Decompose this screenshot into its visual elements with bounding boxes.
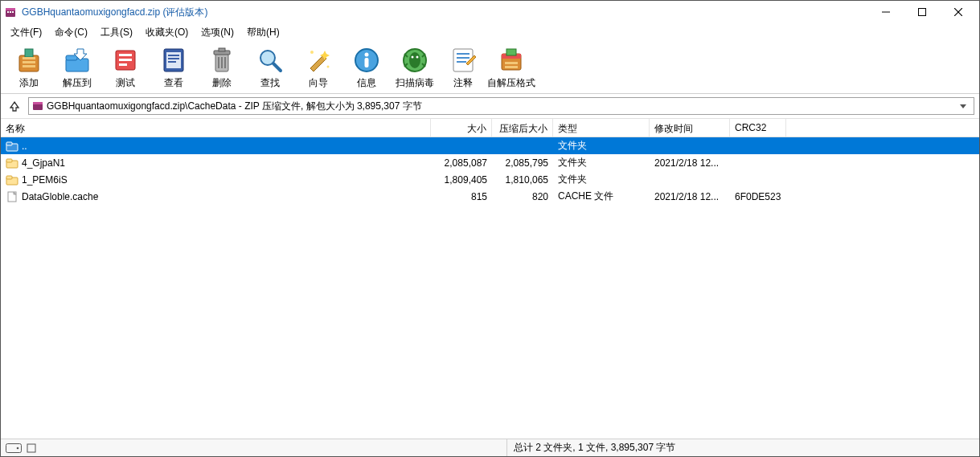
file-type: 文件夹	[553, 137, 650, 154]
table-row[interactable]: DataGloble.cache815820CACHE 文件2021/2/18 …	[1, 188, 979, 205]
status-text: 总计 2 文件夹, 1 文件, 3,895,307 字节	[507, 441, 682, 455]
svg-rect-6	[918, 9, 925, 16]
svg-rect-16	[6, 176, 12, 179]
maximize-button[interactable]	[904, 1, 940, 23]
find-button[interactable]: 查找	[248, 44, 292, 92]
go-up-button[interactable]	[6, 97, 23, 115]
file-name: 4_GjpaN1	[22, 157, 65, 169]
svg-rect-20	[27, 444, 35, 452]
file-packed: 2,085,795	[492, 156, 553, 170]
menu-item[interactable]: 选项(N)	[196, 24, 239, 41]
svg-point-19	[17, 447, 19, 449]
info-icon	[352, 46, 381, 75]
file-modified: 2021/2/18 12...	[650, 156, 730, 170]
menu-item[interactable]: 帮助(H)	[242, 24, 285, 41]
table-row[interactable]: ..文件夹	[1, 137, 979, 154]
view-icon	[159, 46, 188, 75]
toolbar-label: 扫描病毒	[396, 76, 434, 90]
virusscan-icon	[400, 46, 429, 75]
disk-icon	[6, 443, 22, 453]
column-packed[interactable]: 压缩后大小	[492, 119, 553, 137]
column-type[interactable]: 类型	[553, 119, 650, 137]
view-button[interactable]: 查看	[152, 44, 195, 92]
toolbar-label: 信息	[357, 76, 376, 90]
window-controls	[867, 1, 976, 23]
sfx-button[interactable]: 自解压格式	[490, 44, 533, 92]
find-icon	[256, 46, 285, 75]
column-name[interactable]: 名称	[1, 119, 431, 137]
info-button[interactable]: 信息	[345, 44, 388, 92]
disk-progress-icon	[27, 443, 36, 453]
file-modified	[650, 178, 730, 182]
file-name: ..	[22, 141, 27, 152]
file-list[interactable]: ..文件夹4_GjpaN12,085,0872,085,795文件夹2021/2…	[1, 137, 979, 439]
file-packed: 820	[492, 190, 553, 204]
svg-rect-10	[33, 102, 43, 104]
column-crc[interactable]: CRC32	[730, 119, 786, 137]
delete-button[interactable]: 删除	[200, 44, 244, 92]
toolbar-label: 删除	[212, 76, 232, 90]
file-type: 文件夹	[553, 154, 650, 171]
minimize-button[interactable]	[867, 1, 904, 23]
table-row[interactable]: 1_PEM6iS1,809,4051,810,065文件夹	[1, 171, 979, 188]
close-button[interactable]	[940, 1, 976, 23]
file-icon	[6, 191, 18, 202]
toolbar-label: 自解压格式	[487, 76, 535, 90]
file-size: 815	[431, 190, 492, 204]
wizard-icon	[304, 46, 333, 75]
svg-rect-12	[6, 142, 12, 145]
toolbar: 添加解压到测试查看删除查找向导信息扫描病毒注释自解压格式	[1, 41, 979, 94]
file-name: DataGloble.cache	[22, 191, 98, 202]
menu-item[interactable]: 文件(F)	[6, 24, 47, 41]
file-type: CACHE 文件	[553, 188, 650, 205]
svg-rect-14	[6, 159, 12, 162]
virusscan-button[interactable]: 扫描病毒	[393, 44, 437, 92]
extract-button[interactable]: 解压到	[55, 44, 99, 92]
delete-icon	[207, 46, 236, 75]
list-header: 名称 大小 压缩后大小 类型 修改时间 CRC32	[1, 118, 979, 137]
path-bar: GGBHquantaomuxigongfacd.zip\CacheData - …	[1, 94, 979, 118]
test-button[interactable]: 测试	[104, 44, 147, 92]
test-icon	[111, 46, 140, 75]
updir-icon	[6, 141, 18, 152]
path-text: GGBHquantaomuxigongfacd.zip\CacheData - …	[47, 100, 422, 113]
path-dropdown-icon[interactable]	[956, 103, 970, 109]
svg-rect-18	[6, 443, 22, 452]
svg-rect-4	[12, 11, 14, 13]
comment-button[interactable]: 注释	[441, 44, 485, 92]
path-input[interactable]: GGBHquantaomuxigongfacd.zip\CacheData - …	[28, 97, 974, 115]
toolbar-label: 查找	[260, 76, 280, 90]
folder-icon	[6, 174, 18, 186]
column-size[interactable]: 大小	[431, 119, 492, 137]
menu-item[interactable]: 命令(C)	[50, 24, 92, 41]
add-button[interactable]: 添加	[7, 44, 51, 92]
menu-item[interactable]: 收藏夹(O)	[141, 24, 193, 41]
file-crc	[730, 145, 786, 148]
svg-rect-1	[6, 8, 15, 10]
file-size: 1,809,405	[431, 173, 492, 187]
title-bar: GGBHquantaomuxigongfacd.zip (评估版本)	[1, 1, 979, 23]
file-crc: 6F0DE523	[730, 190, 786, 204]
file-crc	[730, 178, 786, 182]
sfx-icon	[497, 46, 526, 75]
column-modified[interactable]: 修改时间	[650, 119, 730, 137]
add-icon	[14, 46, 43, 75]
comment-icon	[449, 46, 478, 75]
wizard-button[interactable]: 向导	[297, 44, 340, 92]
extract-icon	[63, 46, 92, 75]
folder-icon	[6, 157, 18, 169]
svg-rect-2	[7, 11, 9, 13]
file-size	[431, 145, 492, 148]
file-type: 文件夹	[553, 171, 650, 188]
status-bar: 总计 2 文件夹, 1 文件, 3,895,307 字节	[1, 439, 979, 456]
table-row[interactable]: 4_GjpaN12,085,0872,085,795文件夹2021/2/18 1…	[1, 154, 979, 171]
file-packed: 1,810,065	[492, 173, 553, 187]
toolbar-label: 测试	[116, 76, 135, 90]
archive-icon	[32, 100, 43, 112]
menu-item[interactable]: 工具(S)	[96, 24, 137, 41]
file-crc	[730, 161, 786, 165]
toolbar-label: 向导	[309, 76, 328, 90]
svg-rect-3	[10, 11, 11, 13]
app-icon	[4, 6, 17, 18]
file-modified	[650, 145, 730, 148]
